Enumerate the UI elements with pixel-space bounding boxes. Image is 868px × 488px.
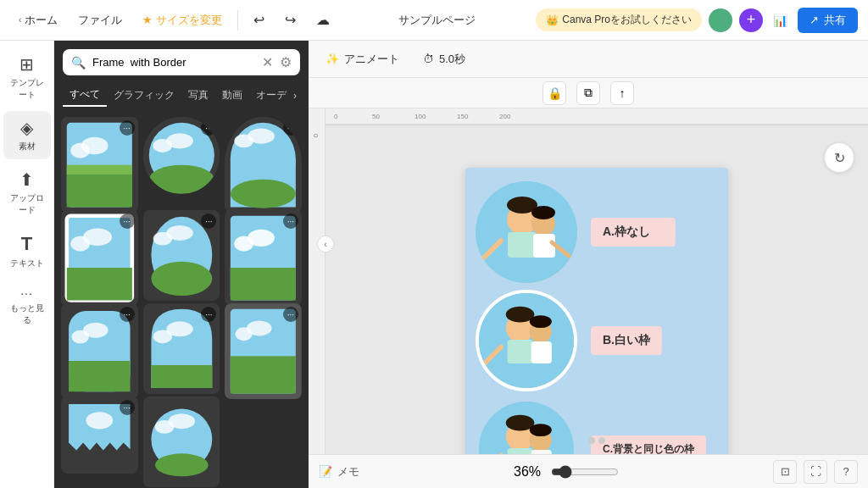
frame-item-4[interactable]: ··· xyxy=(61,210,138,306)
resize-button[interactable]: ★ サイズを変更 xyxy=(134,8,231,33)
frame-4-more-button[interactable]: ··· xyxy=(120,214,135,229)
search-input[interactable] xyxy=(92,56,255,69)
file-button[interactable]: ファイル xyxy=(70,8,131,33)
top-nav: ‹ ホーム ファイル ★ サイズを変更 ↩ ↪ ☁ サンプルページ 👑 Canv… xyxy=(0,0,868,41)
frame-item-8[interactable]: ··· xyxy=(143,303,220,394)
svg-rect-73 xyxy=(531,341,552,363)
clear-button[interactable]: ✕ xyxy=(262,54,273,70)
circle-frame-c[interactable] xyxy=(476,398,577,454)
grid-view-button[interactable]: ⊡ xyxy=(773,460,797,484)
undo-button[interactable]: ↩ xyxy=(245,7,273,33)
share-icon: ↗ xyxy=(810,14,819,26)
tab-audio[interactable]: オーデ xyxy=(249,85,293,106)
avatar[interactable] xyxy=(709,8,732,32)
redo-button[interactable]: ↪ xyxy=(276,7,304,33)
frame-item-9[interactable]: ··· xyxy=(225,303,302,399)
home-button[interactable]: ‹ ホーム xyxy=(10,8,66,33)
file-label: ファイル xyxy=(78,13,122,28)
star-icon: ★ xyxy=(142,14,153,26)
tab-photo[interactable]: 写真 xyxy=(181,85,215,106)
frame-3-more-button[interactable]: ··· xyxy=(283,120,298,136)
tab-all[interactable]: すべて xyxy=(63,84,107,107)
frame-item-1[interactable]: ··· xyxy=(61,117,138,213)
frame-6-more-button[interactable]: ··· xyxy=(283,214,298,229)
time-button[interactable]: ⏱ 5.0秒 xyxy=(416,48,472,70)
download-button[interactable]: ↑ xyxy=(610,81,634,105)
canva-pro-button[interactable]: 👑 Canva Proをお試しください xyxy=(536,8,702,31)
fullscreen-button[interactable]: ⛶ xyxy=(804,460,827,484)
sidebar-item-upload[interactable]: ⬆ アップロード xyxy=(3,163,51,223)
frame-item-2[interactable]: ··· xyxy=(143,117,220,194)
share-button[interactable]: ↗ 共有 xyxy=(798,8,858,33)
more-icon: ··· xyxy=(20,286,33,300)
svg-rect-64 xyxy=(533,234,555,258)
frame-item-11[interactable] xyxy=(143,396,220,487)
more-label: もっと見る xyxy=(7,302,47,326)
lock-button[interactable]: 🔒 xyxy=(542,81,566,105)
sidebar-item-text[interactable]: T テキスト xyxy=(3,226,51,276)
frame-7-more-button[interactable]: ··· xyxy=(120,307,135,322)
elements-label: 素材 xyxy=(19,141,36,152)
sidebar-item-more[interactable]: ··· もっと見る xyxy=(3,280,51,333)
time-label: 5.0秒 xyxy=(439,52,465,67)
svg-rect-38 xyxy=(151,365,212,388)
help-button[interactable]: ? xyxy=(834,460,858,484)
frame-item-10[interactable]: ··· xyxy=(61,396,138,474)
sidebar-item-elements[interactable]: ◈ 素材 xyxy=(3,111,51,159)
frame-item-3[interactable]: ··· xyxy=(225,117,302,213)
cloud-button[interactable]: ☁ xyxy=(308,7,338,33)
svg-point-14 xyxy=(231,180,296,208)
filter-tab-arrow[interactable]: › xyxy=(293,90,297,102)
memo-button[interactable]: 📝 メモ xyxy=(319,464,359,480)
zoom-slider[interactable] xyxy=(551,465,619,479)
circle-frame-b[interactable] xyxy=(476,290,577,391)
svg-rect-63 xyxy=(508,232,537,258)
svg-point-47 xyxy=(86,412,113,429)
frame-item-7[interactable]: ··· xyxy=(61,303,138,399)
frame-9-more-button[interactable]: ··· xyxy=(283,307,298,322)
back-chevron-icon: ‹ xyxy=(19,15,21,25)
svg-rect-80 xyxy=(508,448,533,454)
frame-1-more-button[interactable]: ··· xyxy=(120,120,135,136)
canvas-workspace[interactable]: ↻ xyxy=(326,125,868,454)
upload-label: アップロード xyxy=(7,192,47,216)
svg-point-31 xyxy=(248,230,275,247)
refresh-button[interactable]: ↻ xyxy=(824,142,854,173)
svg-rect-81 xyxy=(531,450,552,454)
photo-content-c xyxy=(479,402,574,454)
svg-text:100: 100 xyxy=(415,113,426,120)
frame-item-5[interactable]: ··· xyxy=(143,210,220,301)
svg-point-10 xyxy=(166,133,193,148)
filter-button[interactable]: ⚙ xyxy=(280,54,292,70)
bottom-bar: 📝 メモ 36% ⊡ ⛶ ? xyxy=(309,454,868,488)
frame-row-c: C.背景と同じ色の枠 xyxy=(476,398,718,454)
ruler-left: 0 xyxy=(309,108,326,454)
tab-graphic[interactable]: グラフィック xyxy=(107,85,181,106)
label-a: A.枠なし xyxy=(591,218,676,247)
frame-2-more-button[interactable]: ··· xyxy=(201,120,216,136)
page-dot xyxy=(588,437,595,444)
page-dot xyxy=(598,437,605,444)
copy-button[interactable]: ⧉ xyxy=(576,81,600,105)
frame-row-b: B.白い枠 xyxy=(476,290,718,391)
crown-icon: 👑 xyxy=(546,14,559,26)
frame-10-more-button[interactable]: ··· xyxy=(120,400,135,415)
search-bar: 🔍 ✕ ⚙ xyxy=(63,49,300,75)
svg-rect-34 xyxy=(69,361,131,391)
frame-item-6[interactable]: ··· xyxy=(225,210,302,306)
circle-frame-a[interactable] xyxy=(476,181,577,283)
nav-divider-1 xyxy=(237,10,238,30)
nav-center: サンプルページ xyxy=(342,13,532,28)
tab-video[interactable]: 動画 xyxy=(215,85,249,106)
svg-point-53 xyxy=(168,413,194,429)
memo-icon: 📝 xyxy=(319,465,332,478)
animate-button[interactable]: ✨ アニメート xyxy=(319,48,406,70)
sub-toolbar: ✨ アニメート ⏱ 5.0秒 xyxy=(309,41,868,78)
collapse-arrow[interactable]: ‹ xyxy=(317,236,334,252)
chart-icon[interactable]: 📊 xyxy=(770,10,791,30)
canva-pro-label: Canva Proをお試しください xyxy=(562,13,692,27)
plus-button[interactable]: + xyxy=(739,8,763,32)
template-label: テンプレート xyxy=(7,77,47,101)
sidebar-item-template[interactable]: ⊞ テンプレート xyxy=(3,47,51,108)
svg-point-16 xyxy=(248,129,275,144)
